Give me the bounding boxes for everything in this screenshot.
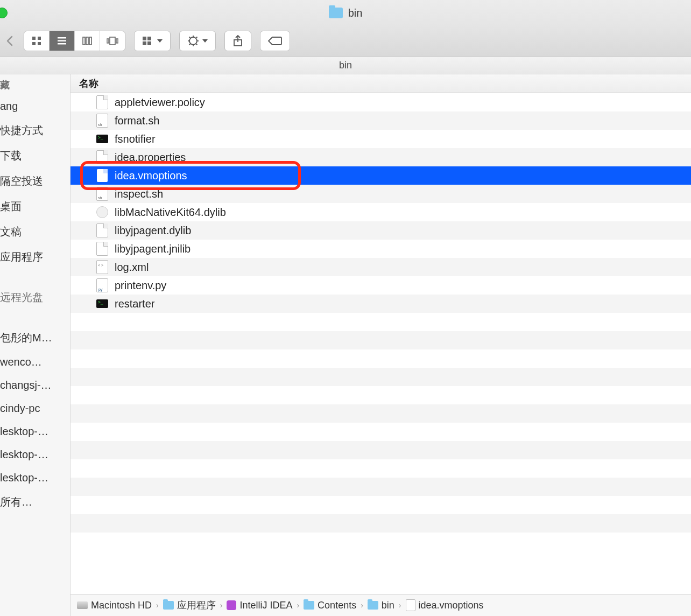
path-segment-label: bin	[382, 600, 394, 611]
action-menu-button[interactable]	[179, 31, 216, 51]
sidebar-item[interactable]: changsj-…	[0, 374, 70, 397]
column-header-name[interactable]: 名称	[70, 74, 691, 93]
gallery-view-button[interactable]	[100, 31, 125, 51]
sidebar-section-favorites: 藏	[0, 74, 70, 95]
file-row[interactable]: libyjpagent.dylib	[70, 221, 691, 240]
sidebar-item[interactable]: lesktop-…	[0, 466, 70, 489]
chevron-down-icon	[157, 39, 163, 43]
file-name: idea.properties	[115, 151, 186, 164]
sidebar-item[interactable]: lesktop-…	[0, 420, 70, 443]
file-row-empty	[70, 368, 691, 386]
tags-button[interactable]	[260, 31, 290, 51]
svg-rect-13	[143, 37, 146, 40]
file-row-empty	[70, 423, 691, 441]
file-row-empty	[70, 441, 691, 459]
file-name: fsnotifier	[115, 133, 156, 145]
folder-icon	[304, 601, 314, 610]
toolbar	[0, 26, 691, 57]
path-segment-label: IntelliJ IDEA	[239, 600, 292, 611]
svg-rect-6	[58, 43, 66, 45]
chevron-down-icon	[202, 39, 208, 43]
file-row-empty	[70, 386, 691, 404]
path-segment[interactable]: Macintosh HD	[77, 600, 152, 611]
sidebar-item[interactable]: lesktop-…	[0, 443, 70, 466]
sidebar-item[interactable]: cindy-pc	[0, 397, 70, 420]
list-view-button[interactable]	[49, 31, 74, 51]
sidebar-item[interactable]: 应用程序	[0, 244, 70, 270]
sidebar-item[interactable]: 包彤的M…	[0, 325, 70, 351]
group-by-button[interactable]	[134, 31, 171, 51]
file-row[interactable]: idea.properties	[70, 148, 691, 166]
file-row[interactable]: inspect.sh	[70, 185, 691, 203]
svg-line-22	[189, 37, 191, 38]
file-name: restarter	[115, 298, 154, 310]
file-row[interactable]: log.xml	[70, 258, 691, 276]
svg-rect-0	[32, 37, 36, 40]
share-button[interactable]	[224, 31, 251, 51]
file-row[interactable]: printenv.py	[70, 276, 691, 295]
doc-icon	[96, 223, 108, 237]
svg-rect-14	[147, 37, 151, 40]
sidebar-item[interactable]: 所有…	[0, 489, 70, 515]
folder-icon	[368, 601, 378, 610]
folder-icon	[163, 601, 174, 610]
file-name: printenv.py	[115, 279, 166, 292]
file-name: libyjpagent.dylib	[115, 225, 191, 237]
py-icon	[96, 278, 108, 292]
file-list[interactable]: appletviewer.policyformat.shfsnotifierid…	[70, 93, 691, 594]
file-row-empty	[70, 313, 691, 331]
file-row[interactable]: libyjpagent.jnilib	[70, 240, 691, 258]
file-row-empty	[70, 514, 691, 533]
shell-icon	[96, 187, 108, 201]
maximize-button[interactable]	[0, 8, 8, 18]
file-row[interactable]: libMacNativeKit64.dylib	[70, 203, 691, 221]
file-row[interactable]: appletviewer.policy	[70, 93, 691, 111]
file-row[interactable]: format.sh	[70, 111, 691, 130]
path-bar: Macintosh HD›应用程序›IntelliJ IDEA›Contents…	[70, 594, 691, 616]
sidebar-item[interactable]: 桌面	[0, 194, 70, 219]
body: 藏 ang快捷方式下载隔空投送桌面文稿应用程序 远程光盘 包彤的M…wenco……	[0, 74, 691, 616]
main-panel: 名称 appletviewer.policyformat.shfsnotifie…	[70, 74, 691, 616]
svg-rect-7	[83, 37, 85, 45]
path-segment[interactable]: IntelliJ IDEA	[227, 600, 292, 611]
path-segment[interactable]: bin	[368, 600, 394, 611]
path-segment[interactable]: idea.vmoptions	[406, 599, 484, 611]
svg-rect-11	[110, 37, 115, 45]
chevron-right-icon: ›	[297, 601, 299, 610]
finder-window: bin	[0, 0, 691, 616]
back-button[interactable]	[4, 31, 15, 51]
tab-label[interactable]: bin	[339, 60, 352, 71]
sidebar-item[interactable]: 隔空投送	[0, 169, 70, 194]
file-name: inspect.sh	[115, 188, 163, 200]
icon-view-button[interactable]	[24, 31, 49, 51]
file-name: libMacNativeKit64.dylib	[115, 206, 226, 219]
sidebar-item[interactable]: wenco…	[0, 351, 70, 374]
sidebar-item[interactable]: 快捷方式	[0, 118, 70, 143]
doc-sel-icon	[96, 169, 108, 183]
path-segment-label: Macintosh HD	[91, 600, 152, 611]
file-name: libyjpagent.jnilib	[115, 243, 191, 255]
sidebar-item[interactable]: 文稿	[0, 219, 70, 244]
file-row-empty	[70, 459, 691, 478]
svg-rect-8	[86, 37, 88, 45]
sidebar-item[interactable]: 下载	[0, 143, 70, 169]
svg-rect-12	[116, 39, 118, 43]
file-name: format.sh	[115, 115, 159, 127]
svg-rect-4	[58, 37, 66, 39]
path-segment[interactable]: Contents	[304, 600, 356, 611]
file-row-empty	[70, 478, 691, 496]
folder-icon	[329, 8, 343, 18]
column-view-button[interactable]	[74, 31, 100, 51]
file-row[interactable]: idea.vmoptions	[70, 166, 691, 185]
svg-rect-5	[58, 40, 66, 42]
folder-title-text: bin	[348, 7, 363, 19]
doc-icon	[96, 150, 108, 164]
file-row[interactable]: restarter	[70, 295, 691, 313]
path-segment[interactable]: 应用程序	[163, 599, 216, 612]
sidebar-item[interactable]: ang	[0, 95, 70, 118]
file-row[interactable]: fsnotifier	[70, 130, 691, 148]
svg-rect-1	[38, 37, 41, 40]
tab-bar: bin	[0, 57, 691, 74]
file-name: idea.vmoptions	[115, 170, 187, 182]
doc-icon	[96, 95, 108, 109]
